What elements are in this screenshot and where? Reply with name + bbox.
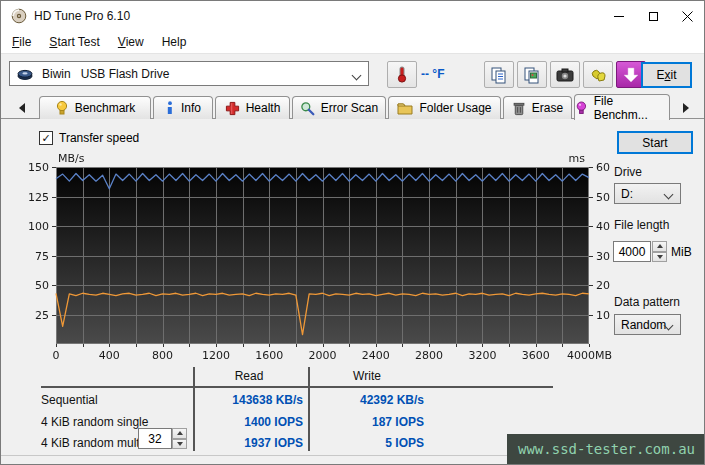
file-length-input[interactable]: 4000 xyxy=(613,241,651,262)
tab-error-scan[interactable]: Error Scan xyxy=(292,96,386,119)
tab-bar: Benchmark Info Health Error Scan xyxy=(1,93,704,119)
toolbar: Biwin USB Flash Drive -- °F xyxy=(1,55,704,93)
temperature-value: -- °F xyxy=(421,67,444,81)
drive-dropdown-value: D: xyxy=(621,187,633,201)
drive-selector-value: Biwin USB Flash Drive xyxy=(42,67,169,81)
temperature-button[interactable] xyxy=(387,61,417,88)
stepper-down-button[interactable] xyxy=(652,252,667,263)
start-button[interactable]: Start xyxy=(617,131,693,154)
drive-label: Drive xyxy=(614,165,642,179)
tab-erase[interactable]: Erase xyxy=(503,96,572,119)
chevron-down-icon xyxy=(352,71,362,81)
arrow-up-icon xyxy=(657,244,663,248)
maximize-icon xyxy=(649,12,658,21)
download-icon xyxy=(623,67,639,83)
random-multi-read-value: 1937 IOPS xyxy=(171,436,303,450)
tab-label: File Benchm... xyxy=(594,94,669,122)
tab-scroll-left-button[interactable] xyxy=(13,99,31,116)
copy-text-button[interactable] xyxy=(484,61,514,88)
tab-label: Health xyxy=(246,101,281,115)
benchmark-chart xyxy=(29,151,613,365)
trash-icon xyxy=(512,101,526,116)
close-button[interactable] xyxy=(670,1,704,31)
title-bar: HD Tune Pro 6.10 xyxy=(1,1,704,31)
read-column-header: Read xyxy=(219,369,279,383)
copy-image-icon xyxy=(523,66,541,84)
queue-depth-input[interactable]: 32 xyxy=(138,428,172,449)
screenshot-button[interactable] xyxy=(550,61,580,88)
sequential-read-value: 143638 KB/s xyxy=(171,393,303,407)
menu-start-test[interactable]: Start Test xyxy=(40,32,108,52)
hd-tune-window: HD Tune Pro 6.10 File Start Test View He… xyxy=(0,0,705,465)
minimize-icon xyxy=(614,16,624,17)
tab-scroll-right-button[interactable] xyxy=(677,99,695,116)
health-cross-icon xyxy=(225,101,240,116)
watermark: www.ssd-tester.com.au xyxy=(507,434,705,464)
tab-benchmark[interactable]: Benchmark xyxy=(39,96,151,119)
arrow-up-icon xyxy=(177,431,183,435)
exit-button[interactable]: Exit xyxy=(641,62,692,88)
tab-label: Error Scan xyxy=(321,101,378,115)
arrow-left-icon xyxy=(19,103,25,113)
tab-label: Folder Usage xyxy=(419,101,491,115)
checkmark-icon: ✓ xyxy=(41,133,50,144)
minimize-button[interactable] xyxy=(602,1,636,31)
tab-info[interactable]: Info xyxy=(153,96,213,119)
table-header-divider xyxy=(41,386,553,388)
copy-text-icon xyxy=(490,66,508,84)
row-label-random-multi: 4 KiB random multi xyxy=(41,436,142,450)
row-label-sequential: Sequential xyxy=(41,393,98,407)
sequential-write-value: 42392 KB/s xyxy=(291,393,424,407)
random-multi-write-value: 5 IOPS xyxy=(291,436,424,450)
window-title: HD Tune Pro 6.10 xyxy=(34,9,130,23)
copy-image-button[interactable] xyxy=(517,61,547,88)
file-length-unit: MiB xyxy=(671,245,692,259)
menu-view[interactable]: View xyxy=(109,32,153,52)
start-button-label: Start xyxy=(642,136,667,150)
camera-icon xyxy=(556,68,574,82)
lightbulb-yellow-icon xyxy=(55,100,69,116)
menu-bar: File Start Test View Help xyxy=(1,31,704,54)
data-pattern-value: Random xyxy=(621,318,666,332)
random-single-write-value: 187 IOPS xyxy=(291,415,424,429)
file-length-stepper xyxy=(652,241,667,262)
tab-folder-usage[interactable]: Folder Usage xyxy=(388,96,501,119)
thermometer-icon xyxy=(394,66,410,84)
add-to-compare-button[interactable] xyxy=(583,61,613,88)
drive-selector[interactable]: Biwin USB Flash Drive xyxy=(9,61,369,86)
queue-depth-value: 32 xyxy=(148,432,161,446)
stepper-up-button[interactable] xyxy=(652,241,667,252)
transfer-speed-label: Transfer speed xyxy=(59,131,139,145)
data-pattern-dropdown[interactable]: Random xyxy=(614,314,681,335)
file-length-label: File length xyxy=(614,218,669,232)
disk-icon xyxy=(17,67,33,81)
lightbulb-purple-icon xyxy=(575,100,588,116)
tab-file-benchmark[interactable]: File Benchm... xyxy=(574,94,670,120)
close-icon xyxy=(682,11,693,22)
chevron-down-icon xyxy=(664,190,674,200)
arrow-right-icon xyxy=(683,103,689,113)
write-column-header: Write xyxy=(337,369,397,383)
arrow-down-icon xyxy=(657,255,663,259)
menu-help[interactable]: Help xyxy=(153,32,196,52)
file-length-value: 4000 xyxy=(619,245,646,259)
maximize-button[interactable] xyxy=(636,1,670,31)
data-pattern-label: Data pattern xyxy=(614,295,680,309)
drive-dropdown[interactable]: D: xyxy=(614,183,681,204)
info-icon xyxy=(165,101,175,116)
exit-button-label: Exit xyxy=(656,68,676,82)
transfer-speed-checkbox[interactable]: ✓ xyxy=(39,131,53,145)
hand-pages-icon xyxy=(589,66,607,84)
random-single-read-value: 1400 IOPS xyxy=(171,415,303,429)
tab-label: Erase xyxy=(532,101,563,115)
menu-file[interactable]: File xyxy=(3,32,40,52)
tab-label: Info xyxy=(181,101,201,115)
tab-label: Benchmark xyxy=(75,101,136,115)
tab-health[interactable]: Health xyxy=(215,96,290,119)
folder-icon xyxy=(397,101,413,115)
row-label-random-single: 4 KiB random single xyxy=(41,415,148,429)
app-disk-icon xyxy=(11,8,27,24)
file-benchmark-page: ✓ Transfer speed Start Drive D: File len… xyxy=(1,119,704,465)
magnifier-icon xyxy=(300,101,315,116)
